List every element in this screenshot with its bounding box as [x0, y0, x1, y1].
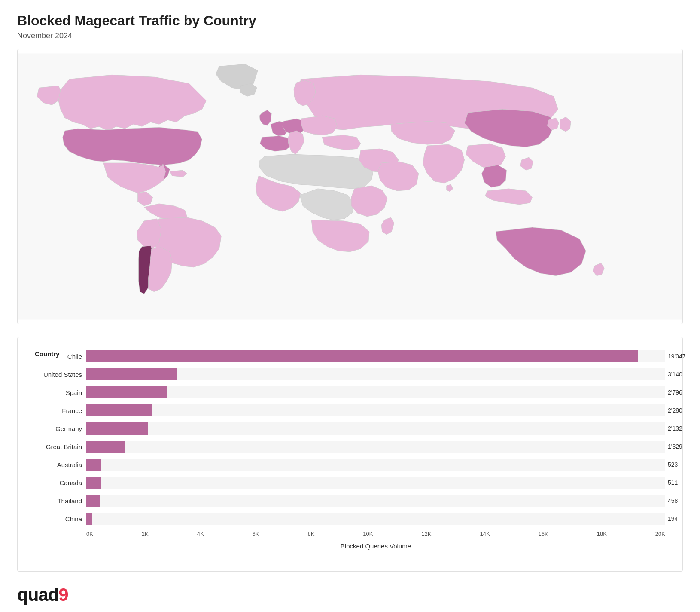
bar-fill	[86, 422, 148, 435]
bar-country-label: Spain	[20, 389, 82, 396]
bar-row: Thailand 458	[86, 495, 665, 507]
bar-value: 19'047	[668, 353, 686, 360]
x-tick: 8K	[307, 531, 314, 537]
world-map	[17, 49, 683, 324]
x-tick: 6K	[253, 531, 259, 537]
bar-value: 2'280	[668, 407, 682, 414]
bar-track: 2'796	[86, 386, 665, 398]
bar-row: Chile 19'047	[86, 350, 665, 362]
page-title: Blocked Magecart Traffic by Country	[17, 13, 683, 29]
bar-value: 458	[668, 497, 678, 504]
bar-row: France 2'280	[86, 404, 665, 416]
bar-row: Australia 523	[86, 459, 665, 471]
bar-value: 3'140	[668, 371, 682, 378]
bar-value: 1'329	[668, 443, 682, 450]
bar-country-label: France	[20, 407, 82, 414]
x-tick: 18K	[597, 531, 607, 537]
bar-value: 194	[668, 515, 678, 522]
logo: quad9	[17, 584, 683, 605]
bar-row: Great Britain 1'329	[86, 441, 665, 453]
bar-chart: Country Chile 19'047 United States 3'140…	[17, 337, 683, 572]
bar-track: 1'329	[86, 441, 665, 453]
bar-row: Canada 511	[86, 477, 665, 489]
bar-fill	[86, 368, 177, 380]
bar-track: 19'047	[86, 350, 665, 362]
bar-country-label: Great Britain	[20, 443, 82, 450]
x-axis-label: Blocked Queries Volume	[86, 542, 665, 550]
x-tick: 10K	[363, 531, 373, 537]
bar-fill	[86, 386, 167, 398]
bar-track: 194	[86, 513, 665, 525]
bar-track: 2'132	[86, 422, 665, 435]
logo-text: quad	[17, 584, 58, 605]
bar-country-label: United States	[20, 371, 82, 378]
logo-number: 9	[58, 584, 68, 605]
bar-value: 2'796	[668, 389, 682, 396]
x-tick: 12K	[421, 531, 431, 537]
bar-value: 523	[668, 461, 678, 468]
x-tick: 16K	[539, 531, 548, 537]
bar-row: China 194	[86, 513, 665, 525]
bar-fill	[86, 477, 101, 489]
bar-country-label: Thailand	[20, 497, 82, 505]
x-tick: 0K	[86, 531, 93, 537]
bar-country-label: Canada	[20, 479, 82, 487]
bar-fill	[86, 350, 638, 362]
bar-value: 511	[668, 479, 678, 486]
bar-country-label: Chile	[20, 353, 82, 360]
bar-fill	[86, 513, 92, 525]
bar-value: 2'132	[668, 425, 682, 432]
x-tick: 14K	[480, 531, 490, 537]
bar-country-label: Germany	[20, 425, 82, 432]
page-subtitle: November 2024	[17, 31, 683, 40]
bar-row: Germany 2'132	[86, 422, 665, 435]
bar-row: Spain 2'796	[86, 386, 665, 398]
bar-row: United States 3'140	[86, 368, 665, 380]
bar-fill	[86, 495, 100, 507]
x-tick: 20K	[655, 531, 665, 537]
x-tick: 4K	[197, 531, 204, 537]
bar-track: 3'140	[86, 368, 665, 380]
bar-fill	[86, 404, 152, 416]
bar-fill	[86, 441, 125, 453]
bar-country-label: China	[20, 515, 82, 523]
bar-track: 2'280	[86, 404, 665, 416]
x-tick: 2K	[142, 531, 149, 537]
x-axis: 0K2K4K6K8K10K12K14K16K18K20K	[86, 531, 665, 537]
bar-fill	[86, 459, 101, 471]
bar-track: 458	[86, 495, 665, 507]
bar-country-label: Australia	[20, 461, 82, 468]
bar-track: 523	[86, 459, 665, 471]
bar-track: 511	[86, 477, 665, 489]
